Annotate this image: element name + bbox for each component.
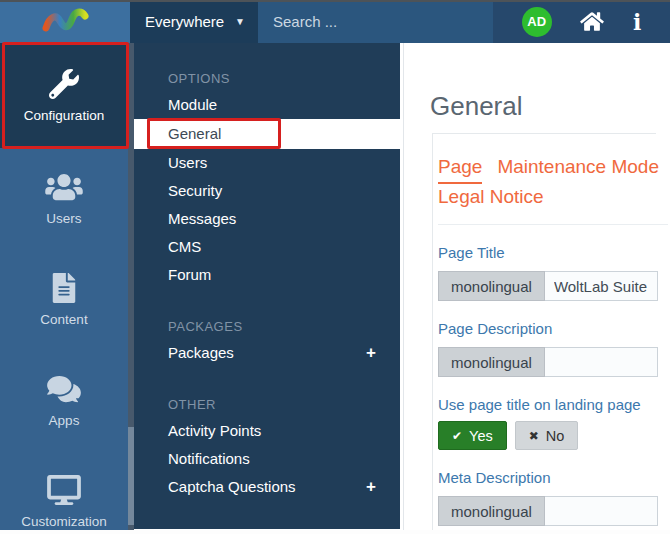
submenu-item-label: Messages bbox=[168, 210, 236, 228]
page-title-input[interactable] bbox=[545, 271, 658, 301]
submenu-item-captcha-questions[interactable]: Captcha Questions + bbox=[134, 473, 400, 501]
field-label-landing-page-title: Use page title on landing page bbox=[438, 396, 656, 413]
submenu-group-header: OTHER bbox=[134, 387, 400, 417]
yes-button[interactable]: ✔ Yes bbox=[438, 421, 507, 450]
tab-page[interactable]: Page bbox=[438, 156, 482, 184]
info-icon[interactable]: i bbox=[633, 11, 641, 33]
submenu-item-security[interactable]: Security bbox=[134, 177, 400, 205]
sidebar-item-apps[interactable]: Apps bbox=[0, 350, 128, 451]
language-prefix-button[interactable]: monolingual bbox=[438, 347, 545, 377]
woltlab-logo-icon bbox=[41, 7, 89, 37]
submenu-item-notifications[interactable]: Notifications bbox=[134, 445, 400, 473]
submenu-item-users[interactable]: Users bbox=[134, 149, 400, 177]
sidebar-item-label: Apps bbox=[49, 413, 80, 428]
submenu-item-general[interactable]: General bbox=[134, 119, 400, 149]
plus-icon[interactable]: + bbox=[366, 478, 376, 496]
sidebar-item-content[interactable]: Content bbox=[0, 249, 128, 350]
no-button-label: No bbox=[546, 428, 565, 444]
submenu-item-module[interactable]: Module bbox=[134, 91, 400, 119]
main-content: General Page Maintenance Mode Legal Noti… bbox=[400, 43, 670, 534]
top-bar: Everywhere ▼ AD i bbox=[0, 0, 670, 43]
submenu-item-label: Users bbox=[168, 154, 207, 172]
submenu-item-label: Packages bbox=[168, 344, 234, 362]
check-icon: ✔ bbox=[452, 429, 462, 443]
x-icon: ✖ bbox=[529, 429, 539, 443]
tab-menu: Page Maintenance Mode Legal Notice bbox=[438, 156, 668, 225]
page-title-input-group: monolingual bbox=[438, 271, 658, 301]
home-icon[interactable] bbox=[580, 11, 604, 32]
topbar-right: AD i bbox=[493, 0, 670, 43]
search-bar bbox=[258, 0, 493, 43]
yes-button-label: Yes bbox=[469, 428, 493, 444]
submenu-item-activity-points[interactable]: Activity Points bbox=[134, 417, 400, 445]
submenu-item-forum[interactable]: Forum bbox=[134, 261, 400, 289]
submenu-item-cms[interactable]: CMS bbox=[134, 233, 400, 261]
submenu-item-label: Forum bbox=[168, 266, 211, 284]
search-input[interactable] bbox=[258, 13, 493, 30]
submenu-item-label: General bbox=[168, 125, 221, 143]
submenu-item-messages[interactable]: Messages bbox=[134, 205, 400, 233]
search-scope-dropdown[interactable]: Everywhere ▼ bbox=[130, 0, 258, 43]
woltlab-logo[interactable] bbox=[0, 0, 130, 43]
chevron-down-icon: ▼ bbox=[235, 16, 245, 27]
page-description-input-group: monolingual bbox=[438, 347, 658, 377]
submenu-item-label: Activity Points bbox=[168, 422, 261, 440]
page-title: General bbox=[430, 91, 523, 122]
meta-description-input[interactable] bbox=[545, 496, 658, 526]
submenu-group-header: OPTIONS bbox=[134, 61, 400, 91]
language-prefix-button[interactable]: monolingual bbox=[438, 271, 545, 301]
submenu-item-packages[interactable]: Packages + bbox=[134, 339, 400, 367]
no-button[interactable]: ✖ No bbox=[515, 421, 579, 450]
submenu-group-header: PACKAGES bbox=[134, 309, 400, 339]
field-label-page-title: Page Title bbox=[438, 244, 656, 261]
meta-description-input-group: monolingual bbox=[438, 496, 658, 526]
sidebar-item-label: Users bbox=[46, 211, 81, 226]
main-sidebar: Configuration Users Content Apps Customi… bbox=[0, 43, 128, 534]
sidebar-item-configuration[interactable]: Configuration bbox=[0, 43, 128, 148]
field-label-meta-description: Meta Description bbox=[438, 469, 656, 486]
document-icon bbox=[52, 273, 76, 303]
sidebar-item-label: Configuration bbox=[24, 108, 104, 123]
sidebar-item-customization[interactable]: Customization bbox=[0, 451, 128, 534]
comments-icon bbox=[46, 374, 82, 404]
monitor-icon bbox=[47, 475, 81, 505]
language-prefix-button[interactable]: monolingual bbox=[438, 496, 545, 526]
sidebar-item-label: Customization bbox=[21, 514, 107, 529]
submenu-item-label: Captcha Questions bbox=[168, 478, 296, 496]
general-options-card: Page Maintenance Mode Legal Notice Page … bbox=[432, 133, 656, 534]
yes-no-toggle: ✔ Yes ✖ No bbox=[438, 421, 656, 450]
field-label-page-description: Page Description bbox=[438, 320, 656, 337]
sidebar-item-label: Content bbox=[40, 312, 87, 327]
page-description-input[interactable] bbox=[545, 347, 658, 377]
users-icon bbox=[45, 172, 83, 202]
content-divider bbox=[403, 43, 404, 534]
sidebar-item-users[interactable]: Users bbox=[0, 148, 128, 249]
wrench-icon bbox=[48, 69, 80, 99]
submenu-item-label: CMS bbox=[168, 238, 201, 256]
submenu-item-label: Security bbox=[168, 182, 222, 200]
search-scope-value: Everywhere bbox=[145, 13, 224, 30]
tab-legal-notice[interactable]: Legal Notice bbox=[438, 186, 544, 212]
submenu-item-label: Module bbox=[168, 96, 217, 114]
bottom-edge bbox=[0, 530, 670, 534]
submenu-item-label: Notifications bbox=[168, 450, 250, 468]
configuration-submenu: OPTIONS Module General Users Security Me… bbox=[134, 43, 400, 529]
avatar[interactable]: AD bbox=[522, 7, 552, 37]
tab-maintenance-mode[interactable]: Maintenance Mode bbox=[497, 156, 659, 184]
plus-icon[interactable]: + bbox=[366, 344, 376, 362]
